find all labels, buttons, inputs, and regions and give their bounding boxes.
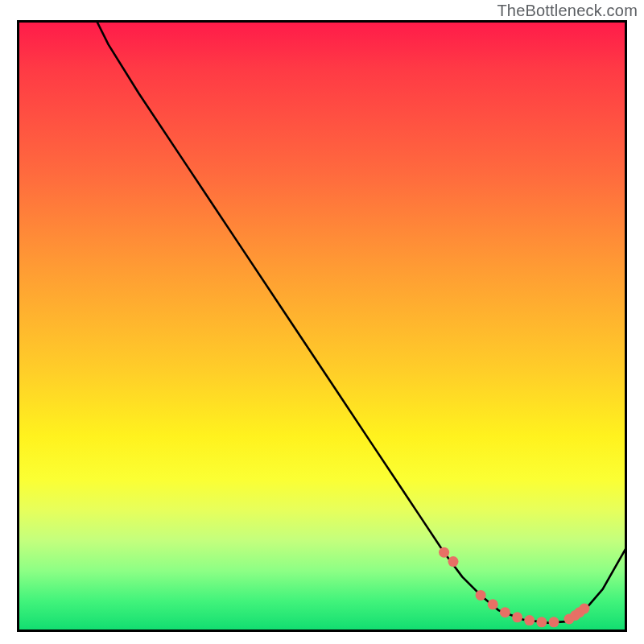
curve-layer: [97, 20, 628, 623]
optimum-dot: [439, 547, 449, 558]
bottleneck-curve: [97, 20, 628, 623]
optimum-dot: [536, 617, 547, 627]
optimum-dot: [579, 604, 589, 614]
frame-border: [17, 20, 627, 23]
optimum-dots-layer: [439, 547, 589, 628]
frame-border: [625, 20, 627, 632]
frame-border: [17, 630, 627, 632]
optimum-dot: [549, 617, 559, 627]
attribution-label: TheBottleneck.com: [497, 2, 638, 20]
optimum-dot: [512, 612, 522, 622]
optimum-dot: [476, 590, 486, 601]
plot-area: [17, 20, 627, 632]
optimum-dot: [524, 615, 535, 625]
optimum-dot: [488, 599, 498, 609]
frame-border: [17, 20, 19, 632]
chart-svg: [17, 20, 627, 632]
optimum-dot: [500, 607, 510, 617]
optimum-dot: [448, 556, 459, 567]
chart-root: TheBottleneck.com: [0, 0, 644, 644]
